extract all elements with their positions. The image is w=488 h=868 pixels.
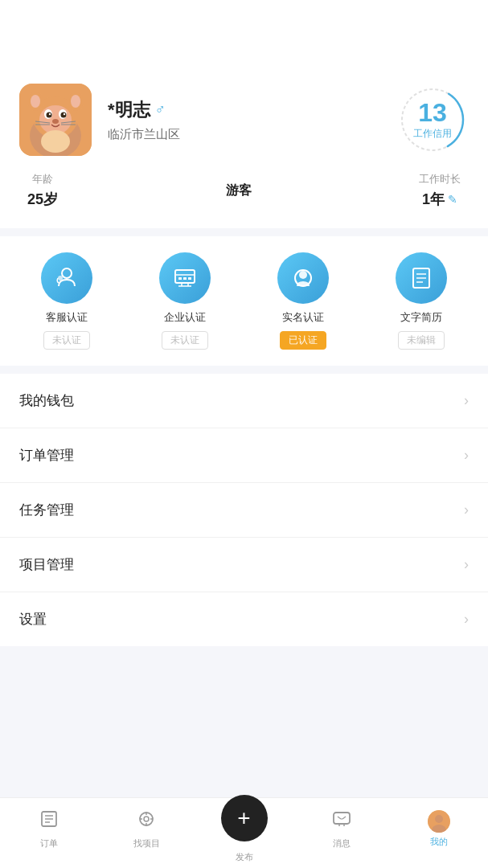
svg-point-12 <box>49 113 51 115</box>
svg-rect-48 <box>334 813 350 824</box>
work-time-value: 1年 <box>422 190 445 209</box>
menu-settings-label: 设置 <box>19 610 47 628</box>
svg-point-19 <box>41 130 70 153</box>
cert-name-1: 企业认证 <box>164 310 206 325</box>
gender-icon: ♂ <box>155 101 166 118</box>
svg-line-49 <box>338 817 341 819</box>
fab-publish-button[interactable]: + <box>221 795 268 841</box>
bottom-nav: 订单 找项目 + 发布 <box>0 797 488 868</box>
nav-orders[interactable]: 订单 <box>0 809 97 850</box>
menu-orders[interactable]: 订单管理 › <box>0 428 488 483</box>
chevron-right-icon-tasks: › <box>464 502 469 518</box>
cert-name-3: 文字简历 <box>400 310 442 325</box>
cert-resume[interactable]: 文字简历 未编辑 <box>396 252 447 350</box>
nav-messages-label: 消息 <box>333 837 351 850</box>
edit-icon[interactable]: ✎ <box>448 193 457 206</box>
svg-rect-28 <box>188 277 191 280</box>
svg-point-5 <box>31 95 40 108</box>
menu-section: 我的钱包 › 订单管理 › 任务管理 › 项目管理 › 设置 › <box>0 374 488 646</box>
nav-publish[interactable]: + 发布 <box>195 795 293 863</box>
nav-orders-label: 订单 <box>40 837 58 850</box>
credit-number: 13 <box>418 100 447 125</box>
nav-profile-label: 我的 <box>430 836 448 848</box>
cert-status-3: 未编辑 <box>398 331 445 350</box>
chevron-right-icon-orders: › <box>464 447 469 464</box>
find-projects-icon <box>136 809 157 834</box>
cert-status-0: 未认证 <box>43 331 90 350</box>
cert-name-0: 客服认证 <box>46 310 88 325</box>
profile-info: *明志 ♂ 临沂市兰山区 <box>108 98 380 142</box>
svg-point-13 <box>64 113 65 115</box>
menu-orders-label: 订单管理 <box>19 446 74 465</box>
svg-line-50 <box>342 817 346 819</box>
menu-projects[interactable]: 项目管理 › <box>0 538 488 592</box>
menu-tasks-label: 任务管理 <box>19 501 74 519</box>
svg-point-11 <box>61 113 67 118</box>
profile-stats: 年龄 25岁 游客 工作时长 1年 ✎ <box>19 172 469 209</box>
cert-customer-service[interactable]: 客服认证 未认证 <box>41 252 92 350</box>
profile-section: *明志 ♂ 临沂市兰山区 13 工作信用 年龄 25岁 <box>0 35 488 228</box>
status-bar <box>0 0 488 35</box>
customer-service-icon <box>52 264 81 293</box>
profile-location: 临沂市兰山区 <box>108 127 380 142</box>
svg-rect-27 <box>183 277 187 280</box>
plus-icon: + <box>237 807 250 829</box>
svg-point-23 <box>58 276 63 280</box>
svg-point-14 <box>52 119 59 124</box>
age-value: 25岁 <box>27 190 58 209</box>
menu-projects-label: 项目管理 <box>19 555 74 574</box>
credit-label: 工作信用 <box>413 127 452 141</box>
age-stat: 年龄 25岁 <box>27 172 58 209</box>
svg-point-10 <box>47 113 52 118</box>
nav-messages[interactable]: 消息 <box>293 809 390 850</box>
nav-avatar <box>428 810 450 833</box>
message-icon <box>331 809 352 834</box>
enterprise-icon <box>170 264 199 293</box>
realname-icon <box>289 264 318 293</box>
menu-wallet[interactable]: 我的钱包 › <box>0 374 488 428</box>
age-label: 年龄 <box>32 172 53 186</box>
svg-rect-26 <box>178 277 182 280</box>
svg-point-22 <box>62 268 72 278</box>
nav-publish-label: 发布 <box>236 851 253 863</box>
order-icon <box>39 809 59 834</box>
svg-point-33 <box>299 271 307 279</box>
svg-point-55 <box>435 815 443 823</box>
nav-find-projects[interactable]: 找项目 <box>97 809 195 850</box>
svg-point-6 <box>71 95 80 108</box>
realname-icon-circle <box>277 252 329 304</box>
member-type: 游客 <box>58 182 419 199</box>
chevron-right-icon-projects: › <box>464 556 469 573</box>
cert-enterprise[interactable]: 企业认证 未认证 <box>159 252 211 350</box>
chevron-right-icon-wallet: › <box>464 392 469 409</box>
avatar[interactable] <box>19 84 92 156</box>
svg-point-43 <box>144 817 149 821</box>
credit-circle: 13 工作信用 <box>396 84 469 156</box>
cert-name-2: 实名认证 <box>282 310 324 325</box>
nav-profile[interactable]: 我的 <box>391 810 488 848</box>
svg-rect-24 <box>175 270 195 283</box>
nav-find-projects-label: 找项目 <box>133 837 160 850</box>
certifications-section: 客服认证 未认证 企业认证 未认证 <box>0 236 488 366</box>
profile-name: *明志 <box>108 98 150 122</box>
menu-tasks[interactable]: 任务管理 › <box>0 483 488 538</box>
cert-status-2: 已认证 <box>280 331 326 350</box>
menu-wallet-label: 我的钱包 <box>19 391 74 410</box>
resume-icon <box>407 264 436 293</box>
customer-service-icon-circle <box>41 252 92 304</box>
member-type-label: 游客 <box>226 182 252 199</box>
menu-settings[interactable]: 设置 › <box>0 592 488 646</box>
enterprise-icon-circle <box>159 252 211 304</box>
work-time-stat: 工作时长 1年 ✎ <box>419 172 461 209</box>
work-time-label: 工作时长 <box>419 172 461 186</box>
chevron-right-icon-settings: › <box>464 611 469 628</box>
cert-status-1: 未认证 <box>162 331 208 350</box>
credit-box: 13 工作信用 <box>396 84 469 156</box>
cert-realname[interactable]: 实名认证 已认证 <box>277 252 329 350</box>
resume-icon-circle <box>396 252 447 304</box>
